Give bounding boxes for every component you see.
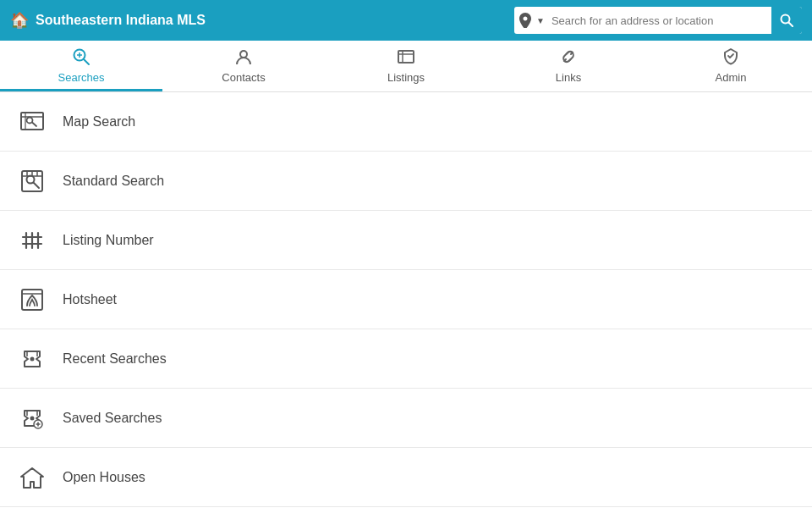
nav-tabs: Searches Contacts Listings <box>0 41 812 92</box>
menu-item-standard-search[interactable]: Standard Search <box>0 152 812 211</box>
svg-line-17 <box>34 182 40 188</box>
menu-list: Map Search Standard Search <box>0 92 812 508</box>
menu-item-saved-searches-label: Saved Searches <box>63 411 162 426</box>
pin-icon <box>514 13 536 28</box>
listing-number-icon <box>17 225 47 256</box>
header: 🏠 Southeastern Indiana MLS ▼ <box>0 0 812 41</box>
menu-item-recent-searches-label: Recent Searches <box>63 351 167 367</box>
menu-item-recent-searches[interactable]: Recent Searches <box>0 329 812 389</box>
search-input[interactable] <box>548 7 771 34</box>
svg-marker-38 <box>21 468 43 488</box>
listings-tab-icon <box>397 47 415 69</box>
brand: 🏠 Southeastern Indiana MLS <box>10 11 206 30</box>
tab-links[interactable]: Links <box>487 41 650 91</box>
links-tab-icon <box>559 47 578 69</box>
dropdown-arrow-icon[interactable]: ▼ <box>536 16 545 25</box>
home-icon: 🏠 <box>10 11 29 30</box>
tab-contacts[interactable]: Contacts <box>162 41 325 91</box>
menu-item-saved-searches[interactable]: Saved Searches <box>0 389 812 448</box>
search-button[interactable] <box>771 7 802 34</box>
tab-searches-label: Searches <box>58 71 105 84</box>
map-search-icon <box>17 107 47 137</box>
searches-tab-icon <box>72 47 91 69</box>
recent-searches-icon <box>17 344 47 374</box>
tab-admin[interactable]: Admin <box>650 41 812 91</box>
svg-line-12 <box>32 122 36 126</box>
svg-point-29 <box>30 356 35 361</box>
tab-links-label: Links <box>556 71 581 84</box>
menu-item-open-houses-label: Open Houses <box>63 470 145 485</box>
brand-name: Southeastern Indiana MLS <box>36 13 206 28</box>
tab-admin-label: Admin <box>716 71 747 84</box>
svg-point-6 <box>240 51 247 58</box>
svg-point-32 <box>30 416 35 420</box>
contacts-tab-icon <box>234 47 253 69</box>
tab-contacts-label: Contacts <box>222 71 265 84</box>
admin-tab-icon <box>721 47 740 69</box>
tab-listings-label: Listings <box>387 71 425 84</box>
svg-line-3 <box>84 59 89 64</box>
menu-item-map-search-label: Map Search <box>63 114 135 130</box>
standard-search-icon <box>17 166 47 196</box>
open-houses-icon <box>17 462 47 493</box>
menu-item-hotsheet[interactable]: Hotsheet <box>0 270 812 329</box>
svg-line-1 <box>789 23 793 27</box>
menu-item-open-houses[interactable]: Open Houses <box>0 448 812 507</box>
search-bar: ▼ <box>514 7 802 34</box>
menu-item-listing-number[interactable]: Listing Number <box>0 211 812 270</box>
menu-item-standard-search-label: Standard Search <box>63 174 164 189</box>
hotsheet-icon <box>17 284 47 315</box>
tab-listings[interactable]: Listings <box>325 41 487 91</box>
svg-rect-7 <box>398 51 414 63</box>
menu-item-listing-number-label: Listing Number <box>63 233 154 248</box>
menu-item-hotsheet-label: Hotsheet <box>63 292 117 307</box>
menu-item-map-search[interactable]: Map Search <box>0 92 812 152</box>
saved-searches-icon <box>17 403 47 433</box>
tab-searches[interactable]: Searches <box>0 41 162 91</box>
